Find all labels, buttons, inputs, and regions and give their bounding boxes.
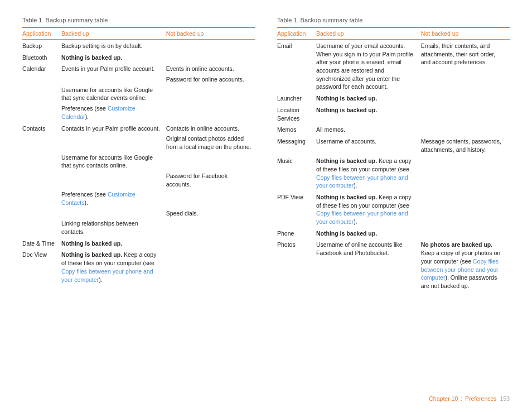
backed-up-cell: Events in your Palm profile account. <box>61 63 166 74</box>
not-backed-up-cell <box>166 218 255 237</box>
table-row: Memos All memos. <box>277 123 510 135</box>
table-row: Preferences (see Customize Calendar). <box>22 103 255 122</box>
left-column: Table 1. Backup summary table Applicatio… <box>22 17 255 291</box>
app-label: Location Services <box>277 104 316 123</box>
left-col-backed: Backed up <box>61 27 166 40</box>
table-row: Speed dials. <box>22 208 255 219</box>
backed-up-cell: All memos. <box>316 123 421 135</box>
table-row: Contacts Contacts in your Palm profile a… <box>22 122 255 134</box>
table-row: Preferences (see Customize Contacts). <box>22 189 255 208</box>
not-backed-up-cell <box>421 155 510 191</box>
left-col-not-backed: Not backed up <box>166 27 255 40</box>
backed-up-cell: Preferences (see Customize Contacts). <box>61 189 166 208</box>
page-footer: Chapter 10 : Preferences 153 <box>429 395 510 402</box>
backed-up-cell: Nothing is backed up. <box>61 51 166 63</box>
table-row: Password for online accounts. <box>22 74 255 85</box>
customize-contacts-link[interactable]: Customize Contacts <box>61 191 135 206</box>
backed-up-cell: Nothing is backed up. <box>316 104 421 123</box>
table-row: PDF View Nothing is backed up. Keep a co… <box>277 191 510 227</box>
not-backed-up-cell <box>166 189 255 208</box>
left-table: Application Backed up Not backed up Back… <box>22 27 255 285</box>
not-backed-up-cell: Message contents, passwords, attachments… <box>421 135 510 155</box>
right-column: Table 1. Backup summary table Applicatio… <box>277 17 510 291</box>
backed-up-cell <box>61 133 166 152</box>
table-row: Location Services Nothing is backed up. <box>277 104 510 123</box>
copy-files-pdf-link[interactable]: Copy files between your phone and your c… <box>316 210 408 225</box>
backed-up-cell: Nothing is backed up. <box>316 92 421 104</box>
right-col-app: Application <box>277 27 316 40</box>
not-backed-up-cell <box>421 227 510 239</box>
table-row: Messaging Username of accounts. Message … <box>277 135 510 155</box>
backed-up-cell <box>61 208 166 219</box>
table-row: Password for Facebook accounts. <box>22 171 255 189</box>
app-label: Launcher <box>277 92 316 104</box>
not-backed-up-cell <box>166 248 255 285</box>
table-row: Email Username of your email accounts. W… <box>277 40 510 93</box>
not-backed-up-cell <box>421 92 510 104</box>
bold-text: Nothing is backed up. <box>61 240 122 247</box>
backed-up-cell: Nothing is backed up. Keep a copy of the… <box>61 248 166 285</box>
app-label: Contacts <box>22 122 61 134</box>
backed-up-cell: Nothing is backed up. <box>61 237 166 249</box>
table-row: Launcher Nothing is backed up. <box>277 92 510 104</box>
bold-text: Nothing is backed up. <box>316 107 377 113</box>
backed-up-cell: Nothing is backed up. Keep a copy of the… <box>316 191 421 227</box>
table-row: Date & Time Nothing is backed up. <box>22 237 255 249</box>
footer-separator: : <box>459 395 464 402</box>
backed-up-cell: Linking relationships between contacts. <box>61 218 166 237</box>
backed-up-cell: Username of online accounts like Faceboo… <box>316 238 421 291</box>
backed-up-cell <box>61 171 166 189</box>
not-backed-up-cell <box>421 191 510 227</box>
left-table-title: Table 1. Backup summary table <box>22 17 255 23</box>
backed-up-cell: Backup setting is on by default. <box>61 40 166 51</box>
customize-calendar-link[interactable]: Customize Calendar <box>61 105 135 120</box>
not-backed-up-cell <box>166 103 255 122</box>
not-backed-up-cell: Contacts in online accounts. <box>166 122 255 134</box>
not-backed-up-cell <box>166 152 255 171</box>
table-row: Doc View Nothing is backed up. Keep a co… <box>22 248 255 285</box>
not-backed-up-cell: Speed dials. <box>166 208 255 219</box>
app-label: PDF View <box>277 191 316 227</box>
right-table: Application Backed up Not backed up Emai… <box>277 27 510 291</box>
backed-up-cell: Username of your email accounts. When yo… <box>316 40 421 93</box>
app-label: Doc View <box>22 248 61 285</box>
backed-up-cell: Nothing is backed up. <box>316 227 421 239</box>
table-row: Music Nothing is backed up. Keep a copy … <box>277 155 510 191</box>
left-col-app: Application <box>22 27 61 40</box>
bold-text: Nothing is backed up. <box>316 230 377 237</box>
not-backed-up-cell: No photos are backed up. Keep a copy of … <box>421 238 510 291</box>
app-label: Email <box>277 40 316 93</box>
copy-files-link[interactable]: Copy files between your phone and your c… <box>61 268 153 283</box>
app-label: Memos <box>277 123 316 135</box>
table-row: Photos Username of online accounts like … <box>277 238 510 291</box>
copy-files-music-link[interactable]: Copy files between your phone and your c… <box>316 174 408 189</box>
backed-up-cell: Username for accounts like Google that s… <box>61 152 166 171</box>
backed-up-cell: Contacts in your Palm profile account. <box>61 122 166 134</box>
not-backed-up-cell <box>166 85 255 103</box>
right-col-backed: Backed up <box>316 27 421 40</box>
copy-files-photos-link[interactable]: Copy files between your phone and your c… <box>421 258 499 281</box>
right-col-not-backed: Not backed up <box>421 27 510 40</box>
not-backed-up-cell: Emails, their contents, and attachments,… <box>421 40 510 93</box>
not-backed-up-cell <box>421 123 510 135</box>
app-label: Phone <box>277 227 316 239</box>
backed-up-cell: Username of accounts. <box>316 135 421 155</box>
table-row: Calendar Events in your Palm profile acc… <box>22 63 255 74</box>
not-backed-up-cell <box>166 51 255 63</box>
app-label: Music <box>277 155 316 191</box>
app-label: Backup <box>22 40 61 51</box>
table-row: Username for accounts like Google that s… <box>22 152 255 171</box>
footer-chapter: Chapter 10 <box>429 395 458 402</box>
table-row: Phone Nothing is backed up. <box>277 227 510 239</box>
app-label: Date & Time <box>22 237 61 249</box>
backed-up-cell <box>61 74 166 85</box>
backed-up-cell: Nothing is backed up. Keep a copy of the… <box>316 155 421 191</box>
not-backed-up-cell: Password for online accounts. <box>166 74 255 85</box>
bold-text: Nothing is backed up. <box>316 194 377 200</box>
table-row: Bluetooth Nothing is backed up. <box>22 51 255 63</box>
table-row: Linking relationships between contacts. <box>22 218 255 237</box>
table-row: Username for accounts like Google that s… <box>22 85 255 103</box>
app-label: Calendar <box>22 63 61 74</box>
bold-text: Nothing is backed up. <box>61 54 122 61</box>
not-backed-up-cell: Password for Facebook accounts. <box>166 171 255 189</box>
